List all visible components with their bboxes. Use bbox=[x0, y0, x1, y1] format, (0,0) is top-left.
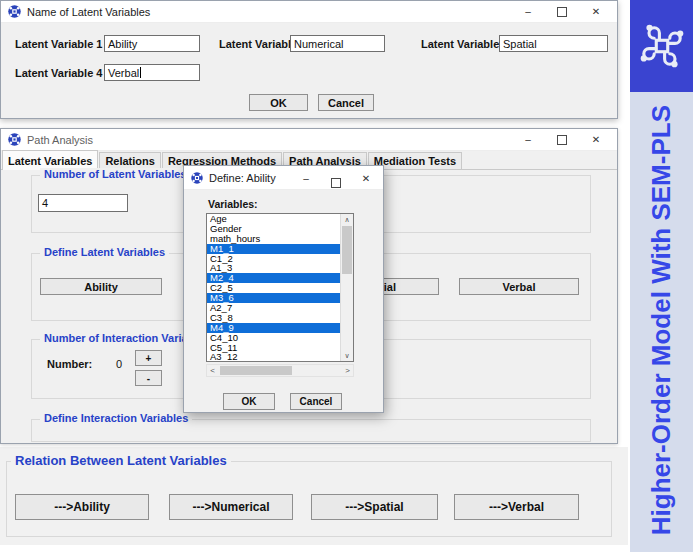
ok-button[interactable]: OK bbox=[223, 393, 275, 410]
relation-button-verbal[interactable]: --->Verbal bbox=[454, 494, 579, 520]
minimize-button[interactable]: – bbox=[511, 1, 545, 23]
list-item[interactable]: A3_12 bbox=[207, 352, 340, 362]
latent-variable-4-input[interactable]: Verbal bbox=[104, 64, 200, 81]
scrollbar-thumb[interactable] bbox=[220, 366, 292, 375]
ok-button[interactable]: OK bbox=[249, 94, 308, 111]
tab-latent-variables[interactable]: Latent Variables bbox=[2, 150, 98, 170]
maximize-icon bbox=[557, 135, 567, 145]
text-caret bbox=[140, 67, 141, 78]
name-dialog-controls: – ✕ bbox=[511, 1, 613, 23]
name-dialog-title: Name of Latent Variables bbox=[27, 6, 150, 18]
latent-variable-3-input[interactable]: Spatial bbox=[499, 35, 608, 52]
cancel-button[interactable]: Cancel bbox=[318, 94, 374, 111]
relation-button-spatial[interactable]: --->Spatial bbox=[311, 494, 438, 520]
relation-section: Relation Between Latent Variables --->Ab… bbox=[0, 447, 628, 545]
minimize-button[interactable]: – bbox=[291, 167, 321, 189]
latent-variable-2-value: Numerical bbox=[294, 38, 344, 50]
close-button[interactable]: ✕ bbox=[579, 129, 613, 151]
variables-label: Variables: bbox=[208, 198, 258, 210]
number-latent-title: Number of Latent Variables bbox=[40, 168, 190, 180]
minimize-button[interactable]: – bbox=[511, 129, 545, 151]
number-label: Number: bbox=[47, 358, 92, 370]
relation-group-title: Relation Between Latent Variables bbox=[11, 453, 231, 468]
scroll-up-icon[interactable]: ∧ bbox=[341, 214, 353, 225]
define-ability-dialog: Define: Ability – ✕ Variables: Age Gende… bbox=[183, 165, 384, 413]
scroll-right-icon[interactable]: > bbox=[342, 365, 353, 376]
latent-variable-4-value: Verbal bbox=[108, 67, 139, 79]
number-latent-value: 4 bbox=[42, 197, 48, 209]
variables-listbox[interactable]: Age Gender math_hours M1_1 C1_2 A1_3 M2_… bbox=[206, 213, 354, 362]
app-logo-icon bbox=[191, 172, 203, 184]
horizontal-scrollbar[interactable]: < > bbox=[206, 364, 354, 377]
relation-button-numerical[interactable]: --->Numerical bbox=[169, 494, 293, 520]
latent-variable-1-value: Ability bbox=[108, 38, 137, 50]
scrollbar-thumb[interactable] bbox=[342, 226, 352, 274]
define-interaction-title: Define Interaction Variables bbox=[40, 412, 192, 424]
name-dialog: Name of Latent Variables – ✕ Latent Vari… bbox=[0, 0, 618, 119]
vertical-scrollbar[interactable]: ∧ ∨ bbox=[340, 214, 353, 361]
define-button-ability[interactable]: Ability bbox=[40, 278, 162, 295]
latent-variable-2-input[interactable]: Numerical bbox=[290, 35, 385, 52]
number-value: 0 bbox=[116, 358, 122, 370]
maximize-icon bbox=[331, 178, 341, 188]
close-button[interactable]: ✕ bbox=[579, 1, 613, 23]
close-button[interactable]: ✕ bbox=[351, 167, 381, 189]
latent-variable-1-label: Latent Variable 1 bbox=[15, 38, 102, 50]
latent-variable-3-label: Latent Variable 3 bbox=[421, 38, 508, 50]
path-window-title: Path Analysis bbox=[27, 134, 93, 146]
relation-groupbox: Relation Between Latent Variables --->Ab… bbox=[6, 461, 612, 537]
define-button-verbal[interactable]: Verbal bbox=[459, 278, 579, 295]
sidebar-title: Higher-Order Model With SEM-PLS bbox=[646, 105, 677, 535]
path-window-controls: – ✕ bbox=[511, 129, 613, 151]
define-latent-title: Define Latent Variables bbox=[40, 246, 169, 258]
sidebar-title-wrap: Higher-Order Model With SEM-PLS bbox=[630, 92, 693, 548]
sem-pls-logo-icon bbox=[636, 17, 688, 75]
number-latent-input[interactable]: 4 bbox=[38, 194, 128, 212]
latent-variable-4-label: Latent Variable 4 bbox=[15, 67, 102, 79]
cancel-button[interactable]: Cancel bbox=[290, 393, 342, 410]
maximize-button[interactable] bbox=[545, 129, 579, 151]
tab-relations[interactable]: Relations bbox=[99, 152, 161, 169]
define-dialog-controls: – ✕ bbox=[291, 166, 381, 190]
maximize-button[interactable] bbox=[545, 1, 579, 23]
sidebar: Higher-Order Model With SEM-PLS bbox=[630, 0, 693, 552]
relation-button-ability[interactable]: --->Ability bbox=[15, 494, 149, 520]
maximize-button[interactable] bbox=[321, 167, 351, 189]
define-interaction-groupbox: Define Interaction Variables bbox=[31, 419, 591, 442]
latent-variable-3-value: Spatial bbox=[503, 38, 537, 50]
scroll-left-icon[interactable]: < bbox=[207, 365, 218, 376]
app-logo-icon bbox=[8, 5, 21, 18]
app-logo-icon bbox=[8, 133, 21, 146]
define-dialog-title: Define: Ability bbox=[209, 172, 276, 184]
increment-button[interactable]: + bbox=[135, 350, 162, 366]
decrement-button[interactable]: - bbox=[135, 370, 162, 386]
maximize-icon bbox=[557, 7, 567, 17]
scroll-down-icon[interactable]: ∨ bbox=[341, 350, 353, 361]
latent-variable-1-input[interactable]: Ability bbox=[104, 35, 200, 52]
sem-pls-logo-block bbox=[630, 0, 693, 92]
screenshot-canvas: Relation Between Latent Variables --->Ab… bbox=[0, 0, 693, 552]
